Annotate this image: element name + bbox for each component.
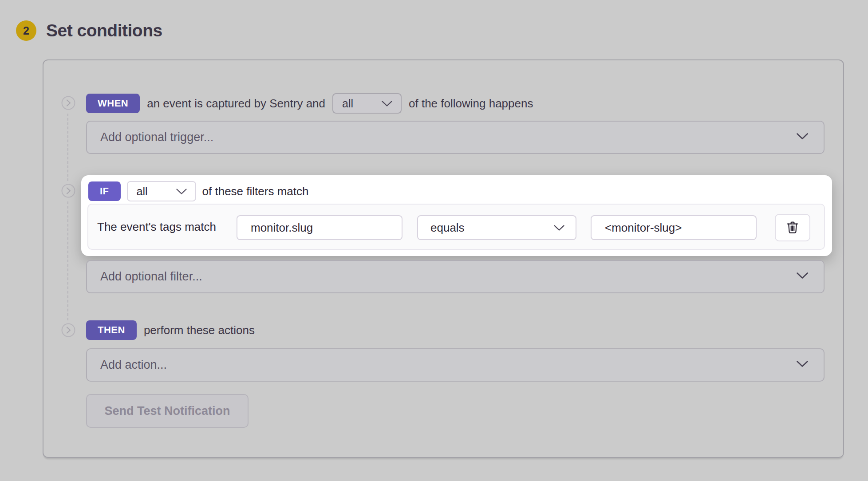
add-action-placeholder: Add action... — [100, 358, 167, 372]
step-number-badge: 2 — [16, 20, 36, 41]
add-trigger-placeholder: Add optional trigger... — [100, 130, 213, 144]
step-connector-line — [67, 114, 68, 181]
trash-icon — [785, 220, 800, 236]
filter-comparison-select[interactable]: equals — [417, 215, 576, 240]
step-connector-line — [67, 201, 68, 320]
when-match-select[interactable]: all — [332, 93, 402, 114]
when-row: WHEN an event is captured by Sentry and … — [86, 94, 533, 113]
filter-condition-row: The event's tags match equals — [87, 204, 825, 250]
add-filter-placeholder: Add optional filter... — [100, 270, 202, 284]
add-action-select[interactable]: Add action... — [86, 348, 825, 382]
conditions-panel: WHEN an event is captured by Sentry and … — [43, 59, 844, 458]
chevron-right-circle-icon — [61, 184, 75, 198]
when-text-before: an event is captured by Sentry and — [147, 97, 325, 110]
when-text-after: of the following happens — [409, 97, 533, 110]
filter-key-input[interactable] — [237, 215, 402, 240]
chevron-down-icon — [796, 272, 809, 281]
page-title: Set conditions — [46, 21, 162, 40]
chevron-down-icon — [381, 97, 393, 110]
if-text-after: of these filters match — [202, 185, 309, 198]
chevron-down-icon — [553, 221, 565, 235]
send-test-notification-button[interactable]: Send Test Notification — [86, 394, 249, 428]
add-trigger-select[interactable]: Add optional trigger... — [86, 121, 825, 154]
if-badge: IF — [88, 181, 121, 201]
chevron-down-icon — [176, 185, 187, 198]
chevron-down-icon — [796, 360, 809, 370]
when-match-select-value: all — [342, 97, 353, 110]
chevron-right-circle-icon — [61, 323, 75, 337]
filter-comparison-value: equals — [430, 221, 465, 235]
if-match-select-value: all — [137, 185, 148, 198]
then-row: THEN perform these actions — [86, 320, 255, 340]
then-badge: THEN — [86, 320, 137, 340]
filter-label: The event's tags match — [97, 205, 216, 249]
if-conditions-card: IF all of these filters match The event'… — [81, 175, 832, 256]
if-row: IF all of these filters match — [88, 181, 308, 201]
step-header: 2 Set conditions — [16, 20, 162, 41]
delete-filter-button[interactable] — [775, 214, 810, 241]
chevron-down-icon — [796, 133, 809, 142]
add-filter-select[interactable]: Add optional filter... — [86, 260, 825, 293]
if-match-select[interactable]: all — [127, 181, 196, 201]
filter-value-input[interactable] — [591, 215, 757, 240]
then-text-after: perform these actions — [144, 323, 255, 337]
chevron-right-circle-icon — [61, 96, 75, 110]
when-badge: WHEN — [86, 94, 140, 113]
